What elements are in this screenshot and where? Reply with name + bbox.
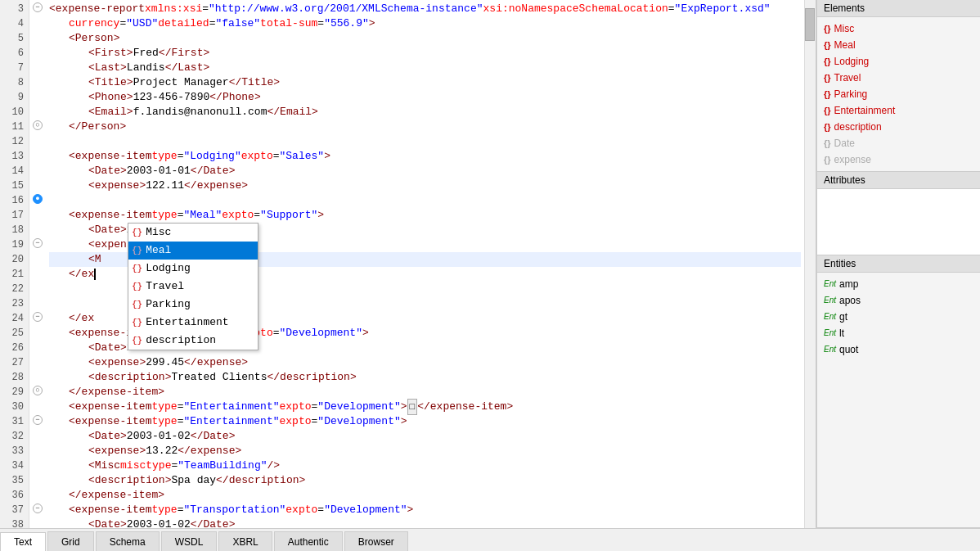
collapse-16[interactable]: ● xyxy=(29,192,46,206)
entity-name-amp: amp xyxy=(839,276,858,292)
lodging-label: Lodging xyxy=(834,53,870,70)
element-entertainment[interactable]: {} Entertainment xyxy=(817,102,980,119)
element-parking[interactable]: {} Parking xyxy=(817,86,980,102)
autocomplete-item-meal[interactable]: {} Meal xyxy=(128,242,258,260)
gutter-4 xyxy=(29,15,46,29)
element-expense[interactable]: {} expense xyxy=(817,151,980,168)
elements-section: Elements {} Misc {} Meal {} Lodging {} T… xyxy=(817,0,980,172)
autocomplete-item-entertainment[interactable]: {} Entertainment xyxy=(128,314,258,332)
attributes-title: Attributes xyxy=(817,172,980,189)
element-meal[interactable]: {} Meal xyxy=(817,37,980,53)
parking-icon: {} xyxy=(824,86,831,102)
entity-amp[interactable]: Ent amp xyxy=(817,276,980,292)
gutter-10 xyxy=(29,103,46,118)
tab-text[interactable]: Text xyxy=(0,532,46,551)
autocomplete-item-description[interactable]: {} description xyxy=(128,332,258,350)
element-date[interactable]: {} Date xyxy=(817,135,980,151)
entity-prefix-amp: Ent xyxy=(824,276,836,292)
gutter-12 xyxy=(29,133,46,147)
entity-prefix-gt: Ent xyxy=(824,309,836,325)
xml-line-29: </expense-item> xyxy=(49,385,801,400)
autocomplete-item-misc[interactable]: {} Misc xyxy=(128,224,258,242)
gutter-14 xyxy=(29,162,46,177)
entity-quot[interactable]: Ent quot xyxy=(817,341,980,358)
collapse-11[interactable]: ○ xyxy=(29,118,46,133)
autocomplete-item-lodging[interactable]: {} Lodging xyxy=(128,260,258,278)
lodging-element-icon: {} xyxy=(132,260,142,278)
description-icon: {} xyxy=(824,119,831,135)
entity-name-lt: lt xyxy=(839,325,844,341)
autocomplete-dropdown[interactable]: {} Misc {} Meal {} Lodging {} Travel xyxy=(128,223,258,350)
entity-gt[interactable]: Ent gt xyxy=(817,309,980,325)
entity-name-gt: gt xyxy=(839,309,847,325)
xml-line-36: </expense-item> xyxy=(49,488,801,503)
date-icon: {} xyxy=(824,135,831,151)
tab-browser[interactable]: Browser xyxy=(344,531,408,551)
xml-line-5: <Person> xyxy=(49,31,801,46)
collapse-29[interactable]: ○ xyxy=(29,383,46,398)
gutter-18 xyxy=(29,221,46,236)
travel-icon: {} xyxy=(824,70,831,86)
xml-line-33: <expense>13.22</expense> xyxy=(49,444,801,458)
collapse-31[interactable]: − xyxy=(29,413,46,427)
element-description[interactable]: {} description xyxy=(817,119,980,135)
collapse-3[interactable]: − xyxy=(29,0,46,15)
gutter-5 xyxy=(29,29,46,44)
xml-line-35: <description>Spa day</description> xyxy=(49,473,801,488)
scrollbar-thumb[interactable] xyxy=(805,8,815,41)
gutter-22 xyxy=(29,280,46,295)
gutter-15 xyxy=(29,177,46,192)
xml-line-31: <expense-item type="Entertainment" expto… xyxy=(49,414,801,429)
gutter-34 xyxy=(29,457,46,472)
entity-name-quot: quot xyxy=(839,341,858,358)
xml-lines[interactable]: <expense-report xmlns:xsi="http://www.w3… xyxy=(46,0,804,528)
bottom-tabs: Text Grid Schema WSDL XBRL Authentic Bro… xyxy=(0,528,980,551)
element-misc[interactable]: {} Misc xyxy=(817,20,980,37)
xml-line-15: <expense>122.11</expense> xyxy=(49,178,801,193)
xml-line-9: <Phone>123-456-7890</Phone> xyxy=(49,90,801,105)
gutter-9 xyxy=(29,88,46,103)
gutter-30 xyxy=(29,398,46,413)
xml-content-area[interactable]: 3 4 5 6 7 8 9 10 11 12 13 14 15 16 17 18… xyxy=(0,0,816,528)
attributes-section: Attributes xyxy=(817,172,980,255)
date-label: Date xyxy=(834,135,855,151)
tab-grid[interactable]: Grid xyxy=(47,531,94,551)
misc-element-icon: {} xyxy=(132,224,142,242)
gutter: − ○ ● − − xyxy=(29,0,46,528)
tab-wsdl[interactable]: WSDL xyxy=(161,531,218,551)
xml-line-14: <Date>2003-01-01</Date> xyxy=(49,164,801,178)
xml-line-28: <description>Treated Clients</descriptio… xyxy=(49,370,801,385)
gutter-27 xyxy=(29,354,46,368)
xml-line-30: <expense-item type="Entertainment" expto… xyxy=(49,400,801,414)
entity-prefix-lt: Ent xyxy=(824,325,836,341)
element-travel[interactable]: {} Travel xyxy=(817,70,980,86)
xml-line-4: currency="USD" detailed="false" total-su… xyxy=(49,16,801,31)
gutter-25 xyxy=(29,324,46,339)
xml-line-34: <Misc misctype="TeamBuilding"/> xyxy=(49,458,801,473)
autocomplete-label-travel: Travel xyxy=(146,278,184,296)
gutter-6 xyxy=(29,44,46,59)
gutter-20 xyxy=(29,251,46,265)
entity-apos[interactable]: Ent apos xyxy=(817,292,980,309)
parking-element-icon: {} xyxy=(132,296,142,314)
xml-line-8: <Title>Project Manager</Title> xyxy=(49,75,801,90)
tab-authentic[interactable]: Authentic xyxy=(274,531,343,551)
autocomplete-item-parking[interactable]: {} Parking xyxy=(128,296,258,314)
gutter-7 xyxy=(29,59,46,74)
autocomplete-label-parking: Parking xyxy=(146,296,191,314)
xml-line-16 xyxy=(49,193,801,208)
tab-schema[interactable]: Schema xyxy=(96,531,160,551)
collapse-24[interactable]: − xyxy=(29,309,46,324)
xml-line-12 xyxy=(49,134,801,149)
element-lodging[interactable]: {} Lodging xyxy=(817,53,980,70)
autocomplete-item-travel[interactable]: {} Travel xyxy=(128,278,258,296)
collapse-19[interactable]: − xyxy=(29,236,46,251)
tab-xbrl[interactable]: XBRL xyxy=(218,531,272,551)
xml-line-27: <expense>299.45</expense> xyxy=(49,355,801,370)
meal-label: Meal xyxy=(834,37,856,53)
vertical-scrollbar[interactable] xyxy=(804,0,816,528)
description-element-icon: {} xyxy=(132,332,142,350)
entity-lt[interactable]: Ent lt xyxy=(817,325,980,341)
collapse-37[interactable]: − xyxy=(29,501,46,516)
elements-title: Elements xyxy=(817,0,980,17)
